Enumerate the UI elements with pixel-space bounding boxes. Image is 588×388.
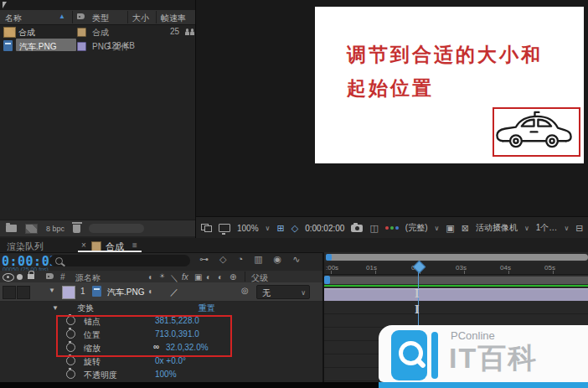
after-effects-window: 名称 ▲ 类型 大小 帧速率 合成 合成 25 汽车.PNG PNG 文件 bbox=[0, 0, 588, 388]
annotation-text-line1: 调节到合适的大小和 bbox=[347, 42, 543, 68]
property-value[interactable]: 0x +0.0° bbox=[155, 356, 186, 365]
watermark-blue-strip bbox=[379, 382, 588, 388]
stopwatch-icon[interactable] bbox=[66, 356, 75, 365]
column-framerate[interactable]: 帧速率 bbox=[161, 13, 186, 24]
show-snapshot-icon[interactable]: ◫ bbox=[369, 224, 378, 233]
frame-blend-icon[interactable]: ▥ bbox=[254, 254, 262, 265]
watermark: PConline IT百科 bbox=[379, 325, 588, 388]
layer-quality-switch[interactable]: ／ bbox=[170, 287, 178, 298]
stopwatch-icon[interactable] bbox=[66, 370, 75, 379]
time-ruler[interactable]: :00s 01s 02s 03s 04s 05s bbox=[324, 262, 588, 275]
transparency-grid-icon[interactable]: ⊠ bbox=[462, 224, 469, 233]
layer-column-headers: # 源名称 ◖ ☀ ＼ fx ▣ ◐ ◐ ⊕ 父级 bbox=[0, 271, 322, 283]
resolution-select[interactable]: (完整) bbox=[405, 222, 428, 234]
chevron-down-icon[interactable]: ∨ bbox=[434, 225, 439, 232]
project-row-car-png[interactable]: 汽车.PNG PNG 文件 128 KB bbox=[0, 39, 195, 53]
label-swatch[interactable] bbox=[77, 42, 86, 51]
project-column-headers: 名称 ▲ 类型 大小 帧速率 bbox=[0, 10, 195, 25]
magnification-select[interactable]: 100% bbox=[237, 224, 259, 233]
view-layout-select[interactable]: 1个… bbox=[536, 222, 558, 234]
layer-row-car[interactable]: ▼ 1 汽车.PNG ◖ ／ ◎ 无 ∨ bbox=[0, 282, 322, 302]
transform-group-row[interactable]: ▼ 变换 重置 bbox=[0, 301, 322, 314]
column-size[interactable]: 大小 bbox=[132, 13, 149, 24]
parent-dropdown[interactable]: 无 ∨ bbox=[256, 285, 310, 299]
work-area-start-handle[interactable] bbox=[324, 276, 330, 284]
property-value[interactable]: 100% bbox=[155, 370, 177, 379]
label-column-icon[interactable] bbox=[77, 13, 85, 19]
target-region-icon[interactable]: ▣ bbox=[446, 224, 454, 233]
new-folder-icon[interactable] bbox=[6, 225, 17, 232]
mask-visibility-icon[interactable]: ◇ bbox=[291, 224, 298, 233]
png-file-icon bbox=[92, 286, 101, 297]
composition-canvas[interactable]: 调节到合适的大小和 起始位置 bbox=[315, 7, 584, 163]
label-column-icon[interactable] bbox=[46, 273, 54, 279]
navigator-start-handle[interactable] bbox=[326, 254, 332, 261]
car-drawing bbox=[494, 109, 574, 150]
primary-viewer-icon[interactable] bbox=[219, 224, 230, 232]
timeline-search-field[interactable] bbox=[49, 255, 190, 266]
bit-depth-button[interactable]: 8 bpc bbox=[46, 225, 64, 233]
item-name[interactable]: 合成 bbox=[18, 27, 35, 39]
chevron-down-icon[interactable]: ∨ bbox=[564, 225, 569, 232]
lock-icon[interactable] bbox=[28, 274, 34, 279]
label-swatch[interactable] bbox=[77, 28, 86, 37]
close-tab-icon[interactable]: × bbox=[81, 241, 86, 250]
ruler-tick-marks bbox=[331, 271, 588, 274]
draft-3d-icon[interactable]: ◇ bbox=[219, 254, 226, 265]
solo-icon[interactable] bbox=[17, 274, 23, 280]
video-toggle[interactable] bbox=[3, 286, 16, 299]
audio-toggle[interactable] bbox=[17, 286, 30, 299]
project-panel-footer: 8 bpc bbox=[0, 220, 195, 236]
work-area-bar[interactable] bbox=[324, 276, 588, 284]
reset-link[interactable]: 重置 bbox=[199, 303, 215, 314]
viewer-toolbar: 100% ∨ ⊞ ◇ 0:00:02:00 ◫ (完整) ∨ ▣ ⊠ 活动摄像机… bbox=[196, 216, 588, 239]
pickwhip-icon[interactable]: ◎ bbox=[241, 286, 249, 295]
group-expand-icon[interactable]: ▼ bbox=[52, 304, 59, 312]
keyframe-icon[interactable]: I bbox=[415, 304, 420, 316]
hide-shy-icon[interactable]: ◔ bbox=[237, 254, 243, 265]
timeline-toolbar: ⊶ ◇ ◔ ▥ ◉ ∿ bbox=[199, 254, 300, 265]
sort-asc-icon[interactable]: ▲ bbox=[59, 13, 65, 20]
threed-column-icon: ⊕ bbox=[230, 272, 236, 282]
layer-index: 1 bbox=[80, 287, 85, 296]
property-label: 旋转 bbox=[84, 356, 101, 368]
column-name[interactable]: 名称 bbox=[5, 13, 22, 24]
camera-view-select[interactable]: 活动摄像机 bbox=[476, 222, 518, 234]
eye-icon[interactable] bbox=[3, 273, 14, 282]
tab-render-queue[interactable]: 渲染队列 bbox=[7, 241, 44, 253]
motionblur-column-icon: ◐ bbox=[206, 272, 211, 282]
preview-time[interactable]: 0:00:02:00 bbox=[305, 224, 344, 233]
search-icon bbox=[55, 257, 63, 265]
mini-flowchart-icon[interactable]: ⊶ bbox=[199, 254, 209, 265]
item-name[interactable]: 汽车.PNG bbox=[19, 41, 56, 53]
roi-icon[interactable]: ⊞ bbox=[276, 224, 284, 233]
panel-menu-icon[interactable]: ≡ bbox=[132, 241, 137, 250]
composition-thumbnail-icon bbox=[3, 27, 16, 38]
property-row-opacity[interactable]: 不透明度 100% bbox=[0, 368, 322, 381]
trash-icon[interactable] bbox=[73, 225, 80, 233]
motion-blur-icon[interactable]: ◉ bbox=[274, 254, 282, 265]
graph-editor-icon[interactable]: ∿ bbox=[292, 254, 300, 265]
index-column-header[interactable]: # bbox=[60, 272, 65, 282]
layer-expand-icon[interactable]: ▼ bbox=[49, 287, 55, 294]
chevron-down-icon[interactable]: ∨ bbox=[266, 225, 271, 232]
channel-rgb-icon[interactable] bbox=[385, 226, 389, 230]
view-layout-icon[interactable]: ⊟ bbox=[575, 224, 583, 233]
project-settings-icon[interactable] bbox=[25, 224, 38, 234]
parent-value: 无 bbox=[262, 287, 271, 299]
transform-group-label: 变换 bbox=[77, 303, 94, 314]
time-navigator-bar[interactable] bbox=[326, 254, 588, 261]
always-preview-icon[interactable] bbox=[201, 224, 212, 232]
snapshot-camera-icon[interactable] bbox=[351, 225, 363, 232]
layer-color-swatch[interactable] bbox=[62, 286, 75, 299]
playhead-marker[interactable] bbox=[412, 261, 425, 273]
project-row-composition[interactable]: 合成 合成 25 bbox=[0, 24, 195, 39]
footer-scroll-pill[interactable] bbox=[89, 224, 144, 233]
keyframe-icon[interactable]: I bbox=[415, 288, 420, 300]
item-framerate: 25 bbox=[170, 27, 179, 36]
chevron-down-icon: ∨ bbox=[301, 289, 306, 297]
chevron-down-icon[interactable]: ∨ bbox=[524, 225, 529, 232]
layer-name[interactable]: 汽车.PNG bbox=[107, 287, 144, 298]
column-type[interactable]: 类型 bbox=[92, 13, 109, 24]
layer-shy-switch[interactable]: ◖ bbox=[147, 287, 152, 296]
